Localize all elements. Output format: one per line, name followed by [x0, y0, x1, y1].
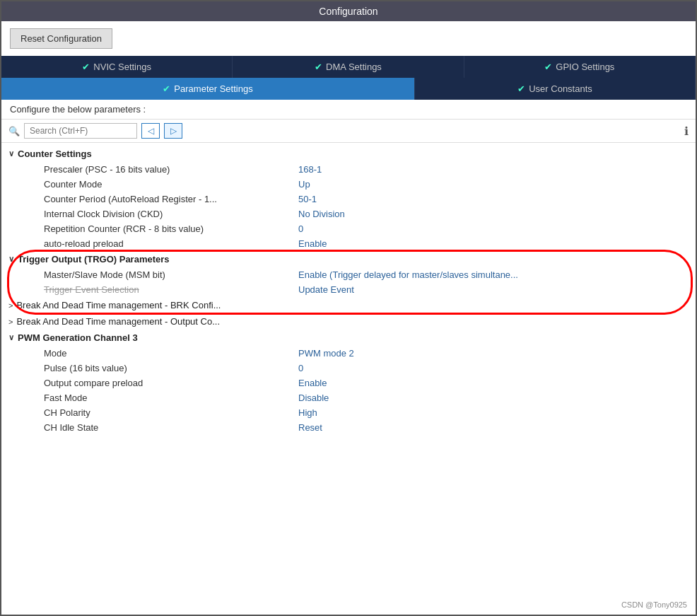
section-counter-header[interactable]: ∨ Counter Settings	[1, 146, 696, 162]
tab-dma[interactable]: ✔ DMA Settings	[233, 56, 464, 78]
section-brk1-header[interactable]: > Break And Dead Time management - BRK C…	[1, 297, 696, 313]
param-value: 168-1	[298, 164, 322, 175]
params-area: ∨ Counter Settings Prescaler (PSC - 16 b…	[1, 143, 696, 438]
param-name: CH Idle State	[44, 422, 298, 433]
title-bar: Configuration	[1, 1, 696, 21]
param-value: Update Event	[298, 284, 354, 295]
param-value: No Division	[298, 209, 345, 219]
table-row: Output compare preload Enable	[1, 376, 696, 390]
section-pwm-label: PWM Generation Channel 3	[18, 332, 138, 343]
tab-user-label: User Constants	[529, 83, 592, 94]
dma-check-icon: ✔	[315, 62, 322, 72]
next-search-button[interactable]: ▷	[164, 123, 182, 139]
table-row: auto-reload preload Enable	[1, 236, 696, 251]
tab-nvic-label: NVIC Settings	[93, 62, 151, 72]
main-window: Configuration Reset Configuration ✔ NVIC…	[0, 0, 697, 616]
counter-chevron-icon: ∨	[8, 149, 14, 158]
param-name: Mode	[44, 348, 298, 359]
param-name: Prescaler (PSC - 16 bits value)	[44, 164, 298, 175]
info-icon[interactable]: ℹ	[684, 124, 689, 138]
tab-gpio[interactable]: ✔ GPIO Settings	[464, 56, 696, 78]
param-name: Output compare preload	[44, 378, 298, 388]
param-value: Disable	[298, 393, 329, 403]
table-row: Master/Slave Mode (MSM bit) Enable (Trig…	[1, 267, 696, 282]
param-name: Master/Slave Mode (MSM bit)	[44, 269, 298, 280]
toolbar: Reset Configuration	[1, 21, 696, 56]
nvic-check-icon: ✔	[82, 62, 90, 72]
param-check-icon: ✔	[163, 83, 170, 94]
table-row: Repetition Counter (RCR - 8 bits value) …	[1, 221, 696, 236]
param-value: Enable	[298, 238, 327, 249]
gpio-check-icon: ✔	[544, 62, 552, 72]
table-row: Internal Clock Division (CKD) No Divisio…	[1, 207, 696, 221]
search-input[interactable]	[24, 123, 137, 139]
table-row: Mode PWM mode 2	[1, 346, 696, 361]
param-name: Pulse (16 bits value)	[44, 363, 298, 373]
section-trigger-label: Trigger Output (TRGO) Parameters	[18, 254, 170, 265]
tab-gpio-label: GPIO Settings	[556, 62, 614, 72]
param-value: Up	[298, 179, 310, 190]
brk2-chevron-icon: >	[8, 318, 13, 326]
search-icon: 🔍	[8, 126, 20, 136]
section-trigger-header[interactable]: ∨ Trigger Output (TRGO) Parameters	[1, 251, 696, 267]
param-value: High	[298, 407, 317, 418]
pwm-chevron-icon: ∨	[8, 333, 14, 342]
table-row: Trigger Event Selection Update Event	[1, 282, 696, 297]
tab-nvic[interactable]: ✔ NVIC Settings	[1, 56, 233, 78]
section-trigger-params: Master/Slave Mode (MSM bit) Enable (Trig…	[1, 267, 696, 297]
tab-parameter[interactable]: ✔ Parameter Settings	[1, 78, 415, 100]
param-name: Fast Mode	[44, 393, 298, 403]
param-name: Counter Period (AutoReload Register - 1.…	[44, 194, 298, 204]
param-name: auto-reload preload	[44, 238, 298, 249]
prev-search-button[interactable]: ◁	[141, 123, 160, 139]
table-row: Counter Period (AutoReload Register - 1.…	[1, 192, 696, 207]
section-brk1-label: Break And Dead Time management - BRK Con…	[16, 300, 221, 310]
tab-parameter-label: Parameter Settings	[174, 83, 252, 94]
param-value: 50-1	[298, 194, 317, 204]
table-row: Prescaler (PSC - 16 bits value) 168-1	[1, 162, 696, 177]
table-row: Counter Mode Up	[1, 177, 696, 192]
tabs-row2: ✔ Parameter Settings ✔ User Constants	[1, 78, 696, 100]
table-row: CH Idle State Reset	[1, 420, 696, 435]
section-brk2-header[interactable]: > Break And Dead Time management - Outpu…	[1, 313, 696, 330]
section-counter-label: Counter Settings	[18, 149, 92, 159]
reset-config-button[interactable]: Reset Configuration	[10, 28, 112, 49]
table-row: Pulse (16 bits value) 0	[1, 361, 696, 376]
param-name: Repetition Counter (RCR - 8 bits value)	[44, 223, 298, 234]
param-value: PWM mode 2	[298, 348, 354, 359]
table-row: Fast Mode Disable	[1, 390, 696, 405]
tab-dma-label: DMA Settings	[326, 62, 382, 72]
param-value: 0	[298, 363, 303, 373]
param-value: 0	[298, 223, 303, 234]
section-pwm-header[interactable]: ∨ PWM Generation Channel 3	[1, 330, 696, 346]
param-name: CH Polarity	[44, 407, 298, 418]
user-check-icon: ✔	[517, 83, 525, 94]
param-name: Trigger Event Selection	[44, 284, 298, 295]
section-pwm-params: Mode PWM mode 2 Pulse (16 bits value) 0 …	[1, 346, 696, 435]
config-label: Configure the below parameters :	[1, 100, 696, 120]
search-bar: 🔍 ◁ ▷ ℹ	[1, 120, 696, 143]
brk1-chevron-icon: >	[8, 301, 13, 310]
table-row: CH Polarity High	[1, 405, 696, 420]
watermark: CSDN @Tony0925	[621, 600, 687, 609]
section-brk2-label: Break And Dead Time management - Output …	[16, 316, 220, 327]
param-value: Enable	[298, 378, 327, 388]
param-value: Reset	[298, 422, 322, 433]
window-title: Configuration	[319, 6, 377, 17]
trigger-chevron-icon: ∨	[8, 255, 14, 264]
section-counter-params: Prescaler (PSC - 16 bits value) 168-1 Co…	[1, 162, 696, 251]
param-name: Counter Mode	[44, 179, 298, 190]
param-name: Internal Clock Division (CKD)	[44, 209, 298, 219]
param-value: Enable (Trigger delayed for master/slave…	[298, 269, 518, 280]
tab-user-constants[interactable]: ✔ User Constants	[415, 78, 696, 100]
tabs-row1: ✔ NVIC Settings ✔ DMA Settings ✔ GPIO Se…	[1, 56, 696, 78]
